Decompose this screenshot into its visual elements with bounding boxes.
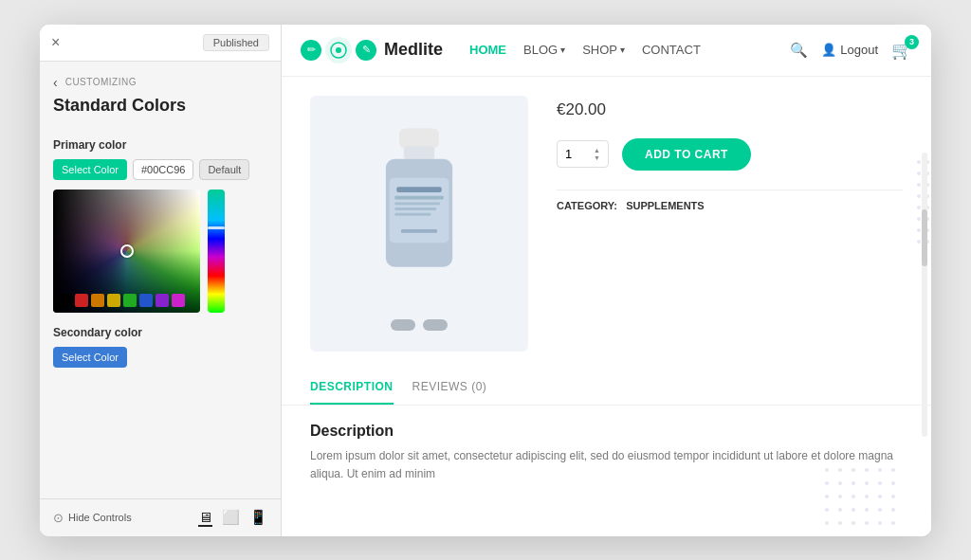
eye-icon: ⊙ (53, 511, 64, 525)
category-row: CATEGORY: SUPPLEMENTS (557, 200, 903, 211)
search-icon[interactable]: 🔍 (790, 42, 808, 59)
product-tabs: DESCRIPTION REVIEWS (0) (282, 370, 931, 406)
svg-point-56 (878, 521, 882, 525)
quantity-input[interactable]: 1 ▲ ▼ (557, 140, 609, 168)
select-secondary-color-button[interactable]: Select Color (53, 347, 127, 368)
swatch-black[interactable] (59, 294, 72, 307)
cart-button[interactable]: 🛒 3 (891, 40, 912, 61)
qty-up-arrow[interactable]: ▲ (594, 147, 600, 154)
qty-down-arrow[interactable]: ▼ (594, 154, 600, 161)
primary-color-label: Primary color (53, 138, 267, 152)
logout-label: Logout (840, 43, 878, 57)
pill-1 (391, 319, 415, 331)
hide-controls-button[interactable]: ⊙ Hide Controls (53, 511, 132, 525)
nav-blog-link[interactable]: BLOG ▾ (523, 43, 565, 57)
sidebar-back-row: ‹ Customizing (40, 62, 281, 94)
shop-chevron-icon: ▾ (620, 45, 625, 55)
desktop-icon[interactable]: 🖥 (198, 509, 212, 527)
mobile-icon[interactable]: 📱 (249, 509, 267, 526)
svg-point-53 (838, 521, 842, 525)
nav-links: HOME BLOG ▾ SHOP ▾ CONTACT (469, 43, 701, 57)
swatch-yellow[interactable] (107, 294, 120, 307)
category-prefix: CATEGORY: (557, 200, 617, 211)
secondary-color-label: Secondary color (53, 326, 267, 339)
svg-point-1 (336, 47, 341, 53)
cart-count-badge: 3 (905, 35, 919, 49)
svg-point-54 (852, 521, 855, 525)
svg-rect-2 (399, 128, 439, 148)
product-pills (391, 319, 448, 331)
nav-shop-link[interactable]: SHOP ▾ (582, 43, 625, 57)
page-body: €20.00 1 ▲ ▼ ADD TO CART CATEG (282, 77, 931, 536)
nav-logo-area: ✏ ✎ Medlite (301, 37, 443, 63)
product-bottle (357, 119, 481, 328)
select-primary-color-button[interactable]: Select Color (53, 159, 127, 180)
primary-color-hex: #00CC96 (133, 159, 193, 180)
nav-contact-link[interactable]: CONTACT (642, 43, 701, 57)
tablet-icon[interactable]: ⬜ (222, 509, 240, 526)
description-title: Description (310, 423, 903, 440)
add-to-cart-button[interactable]: ADD TO CART (622, 138, 751, 171)
default-color-button[interactable]: Default (199, 159, 249, 180)
sidebar-close-button[interactable]: × (51, 35, 60, 50)
nav-right: 🔍 👤 Logout 🛒 3 (790, 40, 912, 61)
scrollbar-thumb[interactable] (922, 209, 927, 266)
svg-rect-9 (394, 208, 436, 210)
svg-point-49 (865, 508, 869, 512)
svg-rect-8 (394, 202, 440, 205)
scrollbar-track[interactable] (922, 153, 927, 437)
svg-point-47 (838, 508, 842, 512)
svg-point-48 (852, 508, 855, 512)
description-text: Lorem ipsum dolor sit amet, consectetur … (310, 447, 903, 483)
svg-point-55 (865, 521, 869, 525)
svg-rect-7 (394, 195, 443, 199)
product-divider (557, 190, 903, 190)
description-section: Description Lorem ipsum dolor sit amet, … (282, 406, 931, 500)
swatch-red[interactable] (75, 294, 88, 307)
svg-point-46 (825, 508, 829, 512)
color-picker-indicator (120, 244, 134, 258)
main-content: ✏ ✎ Medlite HOME BLOG ▾ (282, 25, 931, 536)
hue-strip-picker[interactable] (208, 190, 225, 313)
pencil-icon: ✏ (301, 40, 321, 61)
pill-2 (423, 319, 448, 331)
nav-logo-icons: ✏ ✎ (301, 37, 376, 63)
swatch-magenta[interactable] (172, 294, 185, 307)
swatch-orange[interactable] (91, 294, 104, 307)
secondary-color-section: Secondary color Select Color (53, 326, 267, 368)
swatch-green[interactable] (123, 294, 137, 307)
brand-name: Medlite (384, 40, 443, 60)
hide-controls-label: Hide Controls (68, 512, 132, 523)
nav-logout-button[interactable]: 👤 Logout (821, 43, 878, 57)
customizing-label: Customizing (65, 77, 137, 87)
svg-rect-11 (401, 228, 437, 232)
sidebar-content: Primary color Select Color #00CC96 Defau… (40, 129, 281, 498)
published-badge: Published (203, 34, 269, 51)
color-picker-area (53, 190, 267, 313)
svg-point-57 (891, 521, 895, 525)
navigation-bar: ✏ ✎ Medlite HOME BLOG ▾ (282, 25, 931, 77)
color-swatches (59, 294, 185, 307)
tab-description[interactable]: DESCRIPTION (310, 380, 394, 405)
swatch-blue[interactable] (139, 294, 153, 307)
brand-icon (325, 37, 352, 63)
color-gradient-picker[interactable] (53, 190, 200, 313)
user-icon: 👤 (821, 43, 836, 57)
add-to-cart-row: 1 ▲ ▼ ADD TO CART (557, 138, 903, 171)
device-icons-group: 🖥 ⬜ 📱 (198, 509, 267, 527)
sidebar-customizer: × Published ‹ Customizing Standard Color… (40, 25, 282, 536)
bottle-svg (367, 119, 471, 299)
category-value: SUPPLEMENTS (626, 200, 705, 211)
tab-reviews[interactable]: REVIEWS (0) (412, 380, 487, 405)
product-section: €20.00 1 ▲ ▼ ADD TO CART CATEG (282, 77, 931, 370)
nav-home-link[interactable]: HOME (469, 43, 506, 57)
sidebar-section-title: Standard Colors (40, 94, 281, 129)
svg-rect-6 (396, 187, 442, 192)
quantity-value: 1 (565, 147, 572, 161)
svg-rect-3 (404, 146, 434, 158)
swatch-purple[interactable] (156, 294, 169, 307)
edit-icon: ✎ (356, 40, 376, 61)
back-arrow-button[interactable]: ‹ (53, 75, 58, 90)
svg-point-52 (825, 521, 829, 525)
product-info: €20.00 1 ▲ ▼ ADD TO CART CATEG (557, 96, 903, 352)
